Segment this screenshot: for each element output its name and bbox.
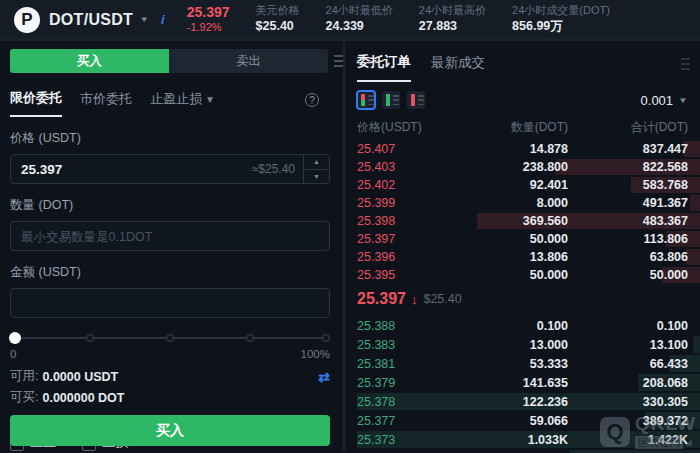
orderbook-ask-row[interactable]: 25.40292.401583.768 [357, 176, 700, 194]
stepper-down-icon[interactable]: ▼ [304, 170, 329, 184]
orderbook-ask-row[interactable]: 25.403238.800822.568 [357, 158, 700, 176]
price-cell: 25.397 [357, 232, 462, 246]
orderbook-bid-row[interactable]: 25.38313.00013.100 [357, 335, 700, 354]
depth-bar [693, 336, 700, 353]
sell-tab[interactable]: 卖出 [169, 49, 328, 73]
pair-selector[interactable]: DOT/USDT ▼ [49, 11, 149, 29]
stat-value: $25.40 [256, 18, 300, 36]
stat-label: 24小时最高价 [419, 3, 486, 18]
amount-cell: 1.033K [462, 433, 568, 447]
trade-form-panel: 买入 卖出 限价委托 市价委托 止盈止损▼ ? 价格 (USDT) ≈$25.4… [0, 41, 343, 451]
panel-menu-icon[interactable] [681, 58, 690, 70]
quantity-field [10, 221, 330, 251]
tab-limit-order[interactable]: 限价委托 [10, 89, 62, 117]
orderbook-ask-row[interactable]: 25.3998.000491.367 [357, 194, 700, 212]
submit-buy-button[interactable]: 买入 [10, 415, 330, 446]
slider-handle[interactable] [9, 332, 21, 344]
total-cell: 208.068 [568, 376, 688, 390]
amount-input[interactable] [11, 296, 329, 311]
depth-bar [690, 195, 700, 211]
stat-24h-low: 24小时最低价 24.339 [326, 3, 393, 36]
precision-dropdown[interactable]: 0.001 ▼ [641, 93, 688, 108]
buyable-value: 0.000000 DOT [42, 391, 124, 405]
orderbook-bid-row[interactable]: 25.378122.236330.305 [357, 392, 700, 411]
total-cell: 0.100 [568, 319, 688, 333]
orderbook-controls: 0.001 ▼ [357, 91, 700, 109]
panel-menu-icon[interactable] [334, 55, 343, 67]
percent-slider[interactable] [10, 332, 330, 344]
price-field-label: 价格 (USDT) [10, 130, 343, 147]
orderbook-bid-row[interactable]: 25.38153.33366.433 [357, 354, 700, 373]
orderbook-ask-row[interactable]: 25.39750.000113.806 [357, 230, 700, 248]
orderbook-bid-row[interactable]: 25.3880.1000.100 [357, 316, 700, 335]
available-balance-row: 可用: 0.0000 USDT ⇄ [10, 368, 330, 385]
orderbook-bid-row[interactable]: 25.379141.635208.068 [357, 373, 700, 392]
price-cell: 25.388 [357, 319, 462, 333]
orderbook-ask-row[interactable]: 25.39550.00050.000 [357, 266, 700, 284]
stat-label: 24小时成交量(DOT) [512, 3, 610, 18]
tab-stop-order-label: 止盈止损 [150, 91, 202, 106]
quantity-field-label: 数量 (DOT) [10, 197, 343, 214]
last-price-block: 25.397 -1.92% [187, 4, 230, 35]
order-type-tabs: 限价委托 市价委托 止盈止损▼ ? [10, 89, 343, 117]
watermark-logo-icon: Q [600, 417, 630, 447]
available-label: 可用: [10, 368, 38, 385]
tab-latest-trades[interactable]: 最新成交 [431, 46, 485, 81]
stat-usd-price: 美元价格 $25.40 [256, 3, 300, 36]
orderbook-ask-row[interactable]: 25.39613.80663.806 [357, 248, 700, 266]
slider-dot-25[interactable] [86, 334, 94, 342]
current-price: 25.397 [357, 290, 406, 308]
slider-dot-75[interactable] [246, 334, 254, 342]
orderbook-ask-row[interactable]: 25.398369.560483.367 [357, 212, 700, 230]
view-asks-icon[interactable] [407, 91, 425, 109]
col-price: 价格(USDT) [357, 119, 462, 136]
total-cell: 63.806 [568, 250, 688, 264]
amount-cell: 59.066 [462, 414, 568, 428]
chevron-down-icon: ▼ [205, 94, 215, 105]
amount-cell: 8.000 [462, 196, 568, 210]
tab-stop-order[interactable]: 止盈止损▼ [150, 90, 215, 116]
ask-rows: 25.40714.878837.44725.403238.800822.5682… [357, 140, 700, 284]
price-cell: 25.402 [357, 178, 462, 192]
slider-min-label: 0 [10, 348, 16, 360]
amount-cell: 369.560 [462, 214, 568, 228]
quantity-input[interactable] [11, 229, 329, 244]
buy-tab[interactable]: 买入 [10, 49, 169, 73]
price-cell: 25.398 [357, 214, 462, 228]
total-cell: 113.806 [568, 232, 688, 246]
price-input[interactable] [11, 162, 252, 177]
site-watermark: Q QKLW 区块链网 [600, 414, 696, 449]
slider-dot-100[interactable] [322, 334, 330, 342]
price-change: -1.92% [187, 21, 230, 35]
total-cell: 583.768 [568, 178, 688, 192]
help-icon[interactable]: ? [305, 93, 319, 107]
col-total: 合计(DOT) [568, 119, 688, 136]
orderbook-ask-row[interactable]: 25.40714.878837.447 [357, 140, 700, 158]
view-bids-icon[interactable] [382, 91, 400, 109]
market-header: P DOT/USDT ▼ i 25.397 -1.92% 美元价格 $25.40… [0, 0, 700, 41]
tab-market-order[interactable]: 市价委托 [80, 90, 132, 116]
amount-cell: 92.401 [462, 178, 568, 192]
amount-cell: 13.806 [462, 250, 568, 264]
stat-label: 美元价格 [256, 3, 300, 18]
amount-cell: 50.000 [462, 232, 568, 246]
view-both-icon[interactable] [357, 91, 375, 109]
price-cell: 25.373 [357, 433, 462, 447]
orderbook-bid-row[interactable]: 25.372203.3421.626K [357, 449, 700, 453]
current-price-row[interactable]: 25.397 ↓ $25.40 [357, 286, 700, 312]
chevron-down-icon: ▼ [139, 15, 149, 24]
info-icon[interactable]: i [161, 12, 165, 27]
slider-dot-50[interactable] [166, 334, 174, 342]
total-cell: 483.367 [568, 214, 688, 228]
buyable-label: 可买: [10, 389, 38, 406]
orderbook-column-headers: 价格(USDT) 数量(DOT) 合计(DOT) [357, 119, 700, 136]
tab-open-orders[interactable]: 委托订单 [357, 45, 411, 82]
stepper-up-icon[interactable]: ▲ [304, 155, 329, 170]
amount-cell: 238.800 [462, 160, 568, 174]
price-cell: 25.381 [357, 357, 462, 371]
orderbook-panel: 委托订单 最新成交 0.001 ▼ [345, 41, 700, 451]
price-cell: 25.403 [357, 160, 462, 174]
total-cell: 50.000 [568, 268, 688, 282]
amount-cell: 53.333 [462, 357, 568, 371]
transfer-icon[interactable]: ⇄ [318, 369, 330, 385]
